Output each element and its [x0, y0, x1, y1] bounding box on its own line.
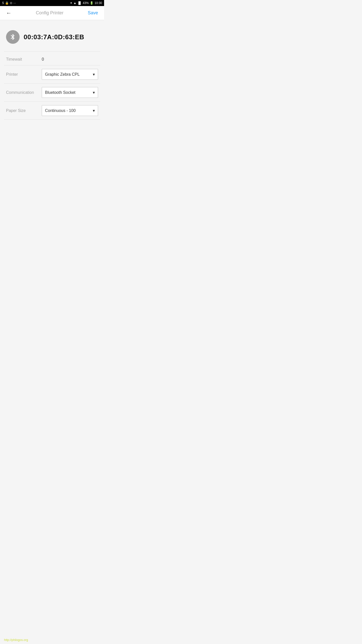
battery-icon: 🔋 — [90, 1, 94, 5]
timewait-value: 0 — [42, 57, 44, 62]
paper-size-row: Paper Size Continuous - 100 Continuous -… — [4, 102, 100, 119]
more-icon: ··· — [13, 1, 16, 5]
status-bar: S 🔒 ⊙ ··· ✦ ▲ ▐▌ 43% 🔋 10:30 — [0, 0, 104, 6]
printer-dropdown[interactable]: Graphic Zebra CPL Zebra ZPL Epson — [42, 69, 98, 80]
printer-dropdown-wrapper: Graphic Zebra CPL Zebra ZPL Epson ▼ — [42, 69, 98, 80]
paper-size-dropdown[interactable]: Continuous - 100 Continuous - 80 4x6 Lab… — [42, 105, 98, 116]
device-header: 00:03:7A:0D:63:EB — [4, 25, 100, 51]
save-button[interactable]: Save — [86, 8, 100, 18]
paper-size-label: Paper Size — [6, 108, 39, 113]
main-content: 00:03:7A:0D:63:EB Timewait 0 Printer Gra… — [0, 20, 104, 127]
page-title: Config Printer — [36, 10, 63, 16]
app-bar: ← Config Printer Save — [0, 6, 104, 20]
communication-dropdown-wrapper: Bluetooth Socket WiFi USB ▼ — [42, 87, 98, 98]
status-right-icons: ✦ ▲ ▐▌ 43% 🔋 10:30 — [70, 1, 102, 5]
divider-4 — [4, 119, 100, 120]
communication-row: Communication Bluetooth Socket WiFi USB … — [4, 84, 100, 101]
timewait-label: Timewait — [6, 57, 39, 62]
s-icon: S — [2, 1, 4, 5]
time-display: 10:30 — [95, 1, 102, 5]
back-button[interactable]: ← — [4, 8, 14, 18]
bluetooth-status-icon: ✦ — [70, 1, 72, 5]
battery-percent: 43% — [83, 1, 89, 5]
wifi-icon: ▲ — [73, 1, 76, 5]
circle-icon: ⊙ — [10, 1, 12, 5]
signal-icon: ▐▌ — [77, 1, 82, 5]
device-mac-address: 00:03:7A:0D:63:EB — [24, 33, 84, 41]
communication-dropdown[interactable]: Bluetooth Socket WiFi USB — [42, 87, 98, 98]
timewait-row: Timewait 0 — [4, 54, 100, 65]
form-section: Timewait 0 Printer Graphic Zebra CPL Zeb… — [4, 52, 100, 122]
status-left-icons: S 🔒 ⊙ ··· — [2, 1, 16, 5]
lock-icon: 🔒 — [5, 1, 9, 5]
bluetooth-device-icon — [6, 30, 20, 44]
printer-label: Printer — [6, 72, 39, 77]
printer-row: Printer Graphic Zebra CPL Zebra ZPL Epso… — [4, 65, 100, 83]
communication-label: Communication — [6, 90, 39, 95]
paper-size-dropdown-wrapper: Continuous - 100 Continuous - 80 4x6 Lab… — [42, 105, 98, 116]
